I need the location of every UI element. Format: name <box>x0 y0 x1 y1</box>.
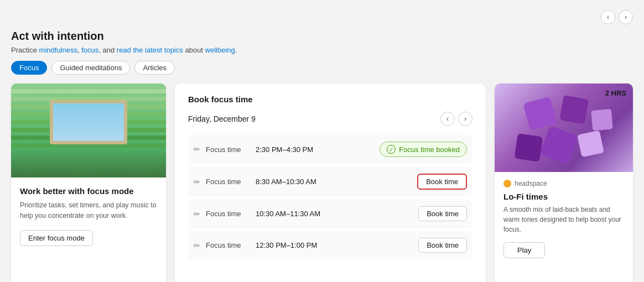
card-left-title: Work better with focus mode <box>20 186 157 196</box>
card-focus-mode: Work better with focus mode Prioritize t… <box>11 83 166 282</box>
slot-label-3: Focus time <box>206 241 250 249</box>
card-left-body: Work better with focus mode Prioritize t… <box>11 177 166 255</box>
time-slot-3: ✏ Focus time 12:30 PM–1:00 PM Book time <box>188 231 472 259</box>
slot-time-1: 8:30 AM–10:30 AM <box>256 177 412 186</box>
card-middle-title: Book focus time <box>188 95 472 104</box>
headspace-label: headspace <box>515 180 547 187</box>
prev-arrow-top[interactable]: ‹ <box>601 10 615 24</box>
play-button[interactable]: Play <box>503 242 545 258</box>
slot-action-3: Book time <box>418 238 467 253</box>
book-time-button-3[interactable]: Book time <box>418 238 467 253</box>
slot-time-3: 12:30 PM–1:00 PM <box>256 241 413 249</box>
tabs-bar: Focus Guided meditations Articles <box>11 61 633 75</box>
subtitle-link-mindfulness[interactable]: mindfulness <box>39 46 77 54</box>
booked-text: Focus time booked <box>399 145 460 154</box>
card-right-body: headspace Lo-Fi times A smooth mix of la… <box>495 172 633 266</box>
tab-guided-meditations[interactable]: Guided meditations <box>51 61 130 75</box>
headspace-badge: headspace <box>503 180 624 187</box>
time-slot-2: ✏ Focus time 10:30 AM–11:30 AM Book time <box>188 200 472 228</box>
next-arrow-top[interactable]: › <box>619 10 633 24</box>
date-nav: Friday, December 9 ‹ › <box>188 112 472 126</box>
card-left-image <box>11 83 166 177</box>
subtitle-link-wellbeing[interactable]: wellbeing <box>205 46 235 54</box>
time-slot-1: ✏ Focus time 8:30 AM–10:30 AM Book time <box>188 167 472 196</box>
slot-label-2: Focus time <box>206 210 250 218</box>
slot-icon-0: ✏ <box>194 145 200 154</box>
book-time-button-1[interactable]: Book time <box>417 174 467 190</box>
slot-action-1: Book time <box>417 174 467 190</box>
slot-time-2: 10:30 AM–11:30 AM <box>256 210 413 218</box>
enter-focus-mode-button[interactable]: Enter focus mode <box>20 230 93 246</box>
slot-icon-3: ✏ <box>194 241 200 250</box>
slot-label-1: Focus time <box>206 177 250 186</box>
card-book-focus-time: Book focus time Friday, December 9 ‹ › ✏… <box>175 83 486 282</box>
subtitle-link-focus[interactable]: focus <box>81 46 98 54</box>
svg-rect-3 <box>539 126 578 164</box>
slot-action-2: Book time <box>418 206 467 221</box>
purple-shapes-decoration <box>511 95 622 165</box>
date-label: Friday, December 9 <box>188 114 256 123</box>
slot-icon-1: ✏ <box>194 177 200 186</box>
card-right-title: Lo-Fi times <box>503 192 624 201</box>
check-icon: ✓ <box>387 145 396 154</box>
cards-row: Work better with focus mode Prioritize t… <box>11 83 633 282</box>
page-title: Act with intention <box>11 30 633 43</box>
hrs-badge: 2 HRS <box>605 89 626 97</box>
page-subtitle: Practice mindfulness, focus, and read th… <box>11 46 633 54</box>
slot-action-0: ✓ Focus time booked <box>380 142 467 157</box>
svg-rect-2 <box>591 109 613 131</box>
slot-time-0: 2:30 PM–4:30 PM <box>256 145 374 154</box>
svg-rect-5 <box>515 133 543 162</box>
book-time-button-2[interactable]: Book time <box>418 206 467 221</box>
tab-articles[interactable]: Articles <box>134 61 175 75</box>
svg-rect-4 <box>577 130 604 158</box>
tab-focus[interactable]: Focus <box>11 61 47 75</box>
svg-rect-1 <box>559 95 589 124</box>
card-right-description: A smooth mix of laid-back beats and warm… <box>503 205 624 234</box>
card-right-image: 2 HRS <box>495 83 633 172</box>
date-prev-button[interactable]: ‹ <box>440 112 455 126</box>
date-nav-arrows: ‹ › <box>440 112 472 126</box>
card-left-description: Prioritize tasks, set timers, and play m… <box>20 200 157 221</box>
date-next-button[interactable]: › <box>458 112 472 126</box>
slot-label-0: Focus time <box>206 145 250 154</box>
headspace-dot <box>503 180 511 187</box>
booked-badge: ✓ Focus time booked <box>380 142 467 157</box>
subtitle-link-topics[interactable]: read the latest topics <box>117 46 183 54</box>
card-lofi: 2 HRS headspace Lo-Fi times A smooth mix… <box>495 83 633 282</box>
slot-icon-2: ✏ <box>194 210 200 218</box>
time-slot-0: ✏ Focus time 2:30 PM–4:30 PM ✓ Focus tim… <box>188 135 472 164</box>
svg-rect-0 <box>523 96 557 130</box>
